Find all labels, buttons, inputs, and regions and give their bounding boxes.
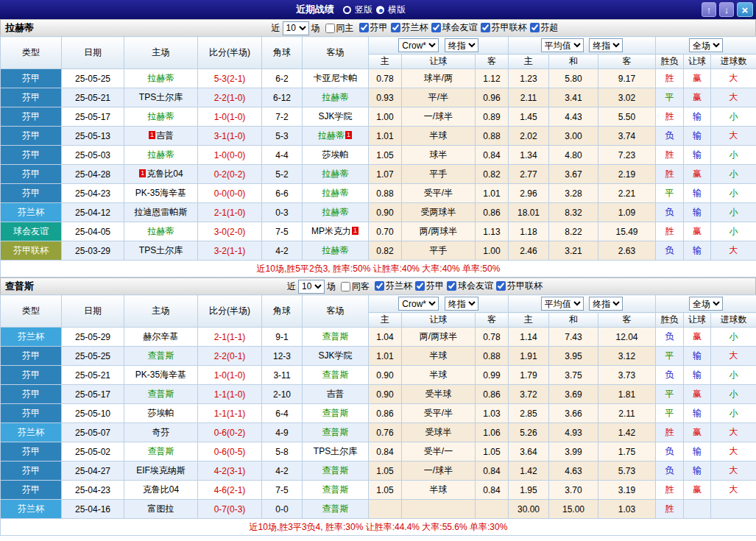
handicap-line: 平/半 — [402, 88, 476, 107]
away-team: 卡亚尼卡帕 — [303, 69, 369, 88]
handicap-line: 平手 — [402, 165, 476, 184]
league-filter-checkbox[interactable] — [391, 23, 400, 32]
home-team: 查普斯 — [124, 347, 198, 366]
result-cell: 胜 — [656, 165, 684, 184]
same-venue-checkbox[interactable] — [325, 24, 335, 33]
result-cell: 负 — [656, 366, 684, 385]
average-select[interactable]: 平均值 — [541, 38, 584, 52]
match-date: 25-05-17 — [62, 107, 124, 127]
league-filter-checkbox[interactable] — [530, 23, 540, 32]
league-filter-checkbox[interactable] — [415, 281, 425, 291]
league-filter[interactable]: 芬甲联杯 — [493, 280, 543, 292]
match-row: 芬甲25-05-21PK-35海辛基1-0(1-0)3-11查普斯0.90半球0… — [1, 366, 756, 385]
league-filter-checkbox[interactable] — [431, 23, 441, 32]
avg-odds-away: 3.73 — [598, 366, 656, 385]
close-button[interactable]: × — [737, 2, 753, 17]
filter-bar: 近 10 场 同客 芬兰杯芬甲球会友谊芬甲联杯 — [133, 280, 696, 294]
recent-count-select[interactable]: 10 — [283, 21, 309, 35]
bookmaker-select[interactable]: Crow* — [398, 38, 439, 52]
team-name-text: 吉普 — [327, 389, 345, 399]
match-row: 芬甲25-05-03拉赫蒂1-0(0-0)4-4莎埃帕1.05球半0.841.3… — [1, 146, 756, 165]
league-filter[interactable]: 球会友谊 — [444, 280, 493, 292]
same-venue-checkbox[interactable] — [341, 282, 350, 291]
league-filter-checkbox[interactable] — [447, 281, 456, 291]
avg-odds-draw: 4.93 — [549, 423, 598, 442]
league-filter[interactable]: 芬甲联杯 — [478, 21, 527, 34]
avg-odds-home: 1.79 — [509, 366, 549, 385]
col-home: 主场 — [124, 295, 198, 328]
same-venue-filter[interactable]: 同主 — [322, 22, 354, 35]
league-filter[interactable]: 芬兰杯 — [388, 21, 428, 34]
result-cell: 平 — [656, 184, 684, 203]
titlebar: 近期战绩 竖版 横版 ↑ ↓ × — [0, 0, 756, 19]
avg-odds-draw: 3.41 — [549, 88, 598, 107]
bookmaker-select[interactable]: Crow* — [398, 297, 439, 311]
team-name-text: 拉赫蒂 — [322, 169, 349, 179]
corner-score: 4-9 — [262, 423, 303, 442]
home-team: 奇芬 — [124, 423, 198, 442]
odds-source-cell: Crow* 终指 — [369, 295, 509, 313]
avg-period-select[interactable]: 终指 — [589, 38, 623, 52]
league-filter-label: 球会友谊 — [458, 280, 493, 292]
match-row: 芬甲25-05-10莎埃帕1-1(1-1)6-4查普斯0.86受平/半1.032… — [1, 404, 756, 423]
col-away: 客场 — [303, 37, 369, 69]
league-filter-checkbox[interactable] — [496, 281, 506, 291]
handicap-result-cell — [684, 500, 711, 519]
horizontal-layout-label[interactable]: 横版 — [388, 4, 406, 16]
vertical-layout-label[interactable]: 竖版 — [355, 4, 372, 16]
handicap-result-cell: 输 — [684, 184, 711, 203]
avg-odds-home: 2.46 — [509, 241, 549, 261]
result-cell: 胜 — [656, 481, 684, 500]
match-row: 芬甲25-04-281克鲁比040-2(0-2)5-2拉赫蒂1.07平手0.82… — [1, 165, 756, 184]
match-date: 25-05-29 — [62, 328, 124, 347]
col-result: 胜负 — [656, 54, 684, 69]
goals-result-cell: 小 — [711, 165, 756, 184]
team-name-text: PK-35海辛基 — [135, 188, 186, 198]
handicap-odds-away: 1.03 — [476, 404, 509, 423]
odds-period-select[interactable]: 终指 — [445, 38, 478, 52]
handicap-odds-away: 0.82 — [476, 165, 509, 184]
recent-count-select[interactable]: 10 — [298, 280, 325, 294]
avg-odds-away: 2.11 — [598, 404, 656, 423]
move-up-button[interactable]: ↑ — [702, 2, 716, 17]
scope-select[interactable]: 全场 — [689, 297, 723, 311]
handicap-result-cell: 输 — [684, 107, 711, 127]
match-row: 球会友谊25-04-05拉赫蒂3-0(2-0)7-5MP米克力10.70两/两球… — [1, 222, 756, 241]
average-select[interactable]: 平均值 — [541, 297, 584, 311]
avg-period-select[interactable]: 终指 — [589, 297, 623, 311]
away-team: 查普斯 — [303, 500, 369, 519]
league-filter[interactable]: 球会友谊 — [428, 21, 478, 34]
league-filter-checkbox[interactable] — [481, 23, 490, 32]
avg-odds-away: 5.50 — [598, 107, 656, 127]
handicap-odds-home: 0.90 — [369, 385, 402, 404]
league-filter-checkbox[interactable] — [359, 23, 369, 32]
avg-odds-away: 1.42 — [598, 423, 656, 442]
handicap-result-cell: 赢 — [684, 69, 711, 88]
league-filter[interactable]: 芬超 — [527, 21, 559, 34]
league-filter-checkbox[interactable] — [375, 281, 384, 291]
home-team: 克鲁比04 — [124, 481, 198, 500]
red-card-badge: 1 — [149, 131, 155, 139]
handicap-odds-home: 0.86 — [369, 404, 402, 423]
league-filter[interactable]: 芬甲 — [356, 21, 388, 34]
handicap-result-cell: 赢 — [684, 165, 711, 184]
section-team-name: 查普斯 — [1, 280, 133, 293]
away-team: MP米克力1 — [303, 222, 369, 241]
home-team: 莎埃帕 — [124, 404, 198, 423]
same-venue-filter[interactable]: 同客 — [338, 280, 370, 293]
horizontal-layout-radio[interactable] — [376, 6, 384, 14]
match-date: 25-04-27 — [62, 462, 124, 481]
table-header-row: 类型 日期 主场 比分(半场) 角球 客场 Crow* 终指 平均值 终指 全场 — [1, 295, 756, 313]
col-away: 客场 — [303, 295, 369, 328]
league-filter[interactable]: 芬甲 — [412, 280, 444, 292]
type-badge: 芬甲 — [1, 481, 62, 500]
vertical-layout-radio[interactable] — [343, 6, 351, 14]
type-badge: 芬兰杯 — [1, 328, 62, 347]
scope-select[interactable]: 全场 — [689, 38, 723, 52]
section-summary: 近10场,胜5平2负3, 胜率:50% 让胜率:40% 大率:40% 单率:50… — [1, 261, 756, 277]
team-name-text: 查普斯 — [322, 484, 349, 495]
league-filter[interactable]: 芬兰杯 — [372, 280, 412, 292]
match-score: 1-0(0-0) — [198, 146, 262, 165]
odds-period-select[interactable]: 终指 — [445, 297, 478, 311]
move-down-button[interactable]: ↓ — [719, 2, 734, 17]
